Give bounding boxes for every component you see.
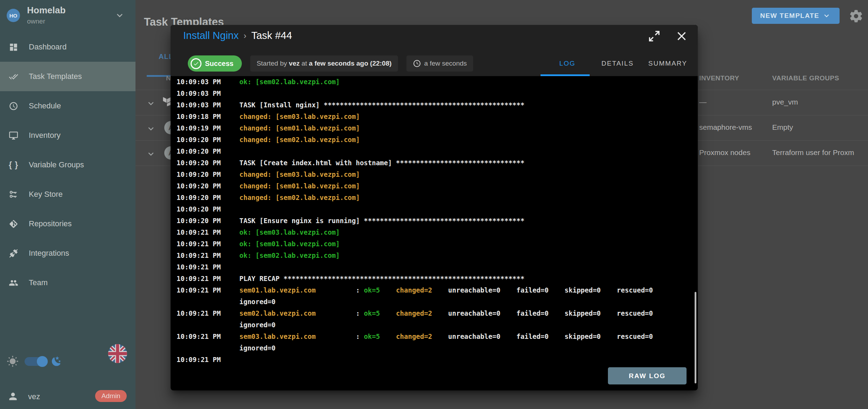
log-timestamp: 10:09:21 PM <box>171 284 239 296</box>
log-segment: sem02.lab.vezpi.com <box>239 309 316 317</box>
log-segment: changed: [sem03.lab.vezpi.com] <box>239 113 360 120</box>
log-timestamp: 10:09:20 PM <box>171 169 239 180</box>
log-segment: ok=5 <box>364 286 380 294</box>
log-line: 10:09:21 PMsem02.lab.vezpi.com : ok=5 ch… <box>171 308 698 319</box>
sidebar-item-label: Integrations <box>29 249 69 258</box>
started-time: a few seconds ago (22:08) <box>309 60 391 67</box>
log-text: TASK [Install nginx] *******************… <box>239 99 524 111</box>
log-line: 10:09:21 PMok: [sem02.lab.vezpi.com] <box>171 250 698 261</box>
plug-icon <box>9 249 18 258</box>
expand-icon[interactable] <box>647 29 661 43</box>
log-line: 10:09:03 PMok: [sem02.lab.vezpi.com] <box>171 76 698 88</box>
cell-inventory: Proxmox nodes <box>699 148 750 157</box>
sidebar-item-variable-groups[interactable]: { }Variable Groups <box>0 150 135 180</box>
breadcrumb-separator: › <box>244 31 246 41</box>
settings-gear-icon[interactable] <box>849 9 863 24</box>
row-expand-chevron-icon[interactable] <box>146 123 156 134</box>
log-timestamp <box>171 296 239 308</box>
log-timestamp: 10:09:21 PM <box>171 273 239 284</box>
status-row: Success Started by vez at a few seconds … <box>188 55 473 72</box>
log-line: 10:09:21 PMsem03.lab.vezpi.com : ok=5 ch… <box>171 331 698 342</box>
sidebar-item-integrations[interactable]: Integrations <box>0 239 135 268</box>
tab-log[interactable]: LOG <box>542 60 592 67</box>
log-line: 10:09:18 PMchanged: [sem03.lab.vezpi.com… <box>171 111 698 122</box>
log-timestamp: 10:09:20 PM <box>171 134 239 146</box>
log-line: 10:09:20 PMTASK [Create index.html with … <box>171 157 698 169</box>
log-segment: TASK [Install nginx] *******************… <box>239 101 524 109</box>
log-timestamp: 10:09:19 PM <box>171 122 239 134</box>
tab-details[interactable]: DETAILS <box>592 60 643 67</box>
log-line: 10:09:20 PMchanged: [sem03.lab.vezpi.com… <box>171 169 698 180</box>
log-text: changed: [sem03.lab.vezpi.com] <box>239 111 360 122</box>
raw-log-button[interactable]: RAW LOG <box>608 367 687 384</box>
log-timestamp: 10:09:21 PM <box>171 354 239 366</box>
log-segment: ok: [sem01.lab.vezpi.com] <box>239 240 340 248</box>
task-title: Task #44 <box>251 30 292 41</box>
log-text: sem03.lab.vezpi.com : ok=5 changed=2 unr… <box>239 331 653 342</box>
task-modal-header: Install Nginx › Task #44 Success Started… <box>171 25 698 76</box>
log-segment: changed: [sem01.lab.vezpi.com] <box>239 124 360 132</box>
sidebar-item-repositories[interactable]: Repositories <box>0 209 135 239</box>
log-scrollbar-thumb[interactable] <box>695 292 696 383</box>
log-segment: : <box>316 333 364 340</box>
log-line: 10:09:20 PMchanged: [sem01.lab.vezpi.com… <box>171 180 698 192</box>
log-text: changed: [sem03.lab.vezpi.com] <box>239 169 360 180</box>
row-expand-chevron-icon[interactable] <box>146 98 156 109</box>
log-segment: TASK [Ensure nginx is running] *********… <box>239 217 524 224</box>
chevron-down-icon <box>114 10 125 21</box>
braces-icon: { } <box>9 160 18 170</box>
log-line: 10:09:03 PMTASK [Install nginx] ********… <box>171 99 698 111</box>
project-switcher[interactable]: HO Homelab owner <box>0 0 135 32</box>
log-line: ignored=0 <box>171 342 698 354</box>
log-line: 10:09:21 PM <box>171 261 698 273</box>
log-segment: ignored=0 <box>239 344 276 352</box>
log-timestamp: 10:09:21 PM <box>171 238 239 250</box>
started-connector: at <box>300 60 309 67</box>
log-timestamp <box>171 319 239 331</box>
language-flag-uk[interactable] <box>108 344 127 363</box>
log-text: ok: [sem03.lab.vezpi.com] <box>239 227 340 238</box>
log-timestamp: 10:09:21 PM <box>171 331 239 342</box>
log-segment: ignored=0 <box>239 321 276 329</box>
log-line: 10:09:21 PM <box>171 354 698 366</box>
sidebar-item-label: Repositories <box>29 219 72 228</box>
sidebar-item-dashboard[interactable]: Dashboard <box>0 32 135 62</box>
clock-icon <box>9 101 18 111</box>
row-expand-chevron-icon[interactable] <box>146 149 156 159</box>
sidebar-item-team[interactable]: Team <box>0 268 135 297</box>
sidebar-item-key-store[interactable]: Key Store <box>0 180 135 209</box>
clock-icon <box>413 59 421 68</box>
log-line: 10:09:21 PMok: [sem01.lab.vezpi.com] <box>171 238 698 250</box>
log-timestamp: 10:09:21 PM <box>171 308 239 319</box>
log-line: 10:09:21 PMok: [sem03.lab.vezpi.com] <box>171 227 698 238</box>
sidebar-item-schedule[interactable]: Schedule <box>0 91 135 121</box>
modal-tabs: LOG DETAILS SUMMARY <box>542 55 693 72</box>
theme-toggle[interactable] <box>25 357 45 366</box>
close-icon[interactable] <box>675 29 689 43</box>
log-segment: sem01.lab.vezpi.com <box>239 286 316 294</box>
project-name: Homelab <box>27 5 66 16</box>
log-text: changed: [sem02.lab.vezpi.com] <box>239 192 360 203</box>
log-segment <box>380 309 396 317</box>
log-text: changed: [sem01.lab.vezpi.com] <box>239 180 360 192</box>
admin-badge: Admin <box>95 390 127 402</box>
cell-inventory: semaphore-vms <box>699 123 752 132</box>
log-segment: changed: [sem02.lab.vezpi.com] <box>239 136 360 143</box>
log-timestamp: 10:09:21 PM <box>171 261 239 273</box>
template-link[interactable]: Install Nginx <box>183 30 239 41</box>
sidebar-item-label: Schedule <box>29 101 61 110</box>
new-template-button[interactable]: NEW TEMPLATE <box>752 8 840 24</box>
log-segment: changed=2 <box>396 286 432 294</box>
log-text: ok: [sem01.lab.vezpi.com] <box>239 238 340 250</box>
log-line: 10:09:20 PM <box>171 203 698 215</box>
log-segment: changed: [sem02.lab.vezpi.com] <box>239 194 360 201</box>
log-segment: changed=2 <box>396 333 432 340</box>
sidebar-item-label: Task Templates <box>29 72 82 81</box>
user-row[interactable]: vez Admin <box>0 386 135 408</box>
sidebar-item-task-templates[interactable]: Task Templates <box>0 62 135 91</box>
tab-summary[interactable]: SUMMARY <box>643 60 693 67</box>
git-icon <box>9 219 18 229</box>
log-line: 10:09:20 PMchanged: [sem02.lab.vezpi.com… <box>171 134 698 146</box>
column-header-inventory: INVENTORY <box>699 74 739 82</box>
sidebar-item-inventory[interactable]: Inventory <box>0 121 135 150</box>
